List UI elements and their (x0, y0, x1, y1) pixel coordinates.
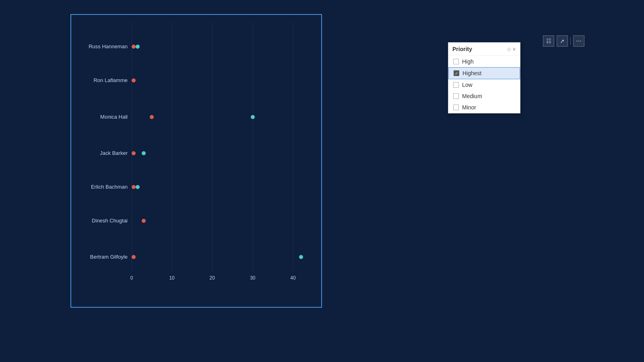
row-jack (132, 153, 313, 154)
y-label-russ: Russ Hanneman (79, 43, 128, 49)
toolbar-divider (570, 37, 571, 45)
priority-item-high[interactable]: High (448, 56, 520, 67)
dot-jack-teal (142, 151, 146, 155)
priority-collapse-icon[interactable]: ◇ (507, 46, 511, 52)
dot-bertram-red (132, 255, 136, 259)
x-label-40: 40 (290, 275, 295, 281)
dot-russ-teal (136, 45, 140, 49)
dot-dinesh-red (142, 219, 146, 223)
priority-item-minor[interactable]: Minor (448, 102, 520, 113)
chart-container: Russ Hanneman Ron Laflamme Monica Hall J… (70, 14, 322, 308)
y-label-bertram: Bertram Gilfoyle (79, 254, 128, 260)
priority-item-medium[interactable]: Medium (448, 90, 520, 102)
dot-jack-red (132, 151, 136, 155)
y-label-erlich: Erlich Bachman (79, 183, 128, 189)
row-dinesh (132, 220, 313, 221)
priority-chevron-icon[interactable]: ∨ (512, 46, 516, 52)
priority-checkbox-minor[interactable] (453, 105, 459, 110)
x-label-0: 0 (130, 275, 133, 281)
priority-label-high: High (462, 58, 474, 65)
row-russ (132, 46, 313, 47)
dot-erlich-red (132, 185, 136, 189)
filter-icon[interactable]: ☷ (543, 35, 554, 47)
dot-bertram-teal (299, 255, 303, 259)
priority-checkbox-highest[interactable] (454, 70, 459, 76)
priority-label-medium: Medium (462, 93, 482, 99)
chart-inner: Russ Hanneman Ron Laflamme Monica Hall J… (79, 23, 313, 283)
dot-monica-teal (251, 115, 255, 119)
priority-label-low: Low (462, 82, 473, 88)
x-label-30: 30 (250, 275, 255, 281)
y-label-dinesh: Dinesh Chugtai (79, 217, 128, 223)
priority-label-minor: Minor (462, 104, 476, 111)
priority-label-highest: Highest (462, 70, 481, 76)
dot-ron-red (132, 78, 136, 82)
y-label-jack: Jack Barker (79, 150, 128, 156)
priority-header-icons: ◇ ∨ (507, 46, 516, 52)
row-monica (132, 117, 313, 117)
row-bertram (132, 257, 313, 257)
priority-header: Priority ◇ ∨ (448, 43, 520, 56)
y-label-monica: Monica Hall (79, 113, 128, 119)
priority-checkbox-high[interactable] (453, 59, 459, 64)
priority-item-highest[interactable]: Highest (448, 67, 520, 79)
dot-monica-red (150, 115, 154, 119)
priority-panel: Priority ◇ ∨ High Highest Low Medium Min… (448, 42, 520, 113)
y-label-ron: Ron Laflamme (79, 77, 128, 83)
row-ron (132, 80, 313, 81)
row-erlich (132, 187, 313, 187)
priority-title: Priority (452, 46, 472, 52)
x-label-20: 20 (210, 275, 215, 281)
export-icon[interactable]: ➚ (557, 35, 568, 47)
plot-area: 0 10 20 30 40 (132, 23, 313, 283)
more-icon[interactable]: ⋯ (573, 35, 584, 47)
x-label-10: 10 (169, 275, 174, 281)
dot-russ-red (132, 45, 136, 49)
priority-checkbox-low[interactable] (453, 82, 459, 88)
dot-erlich-teal (136, 185, 140, 189)
priority-checkbox-medium[interactable] (453, 93, 459, 99)
priority-item-low[interactable]: Low (448, 79, 520, 90)
toolbar: ☷ ➚ ⋯ (543, 35, 584, 47)
